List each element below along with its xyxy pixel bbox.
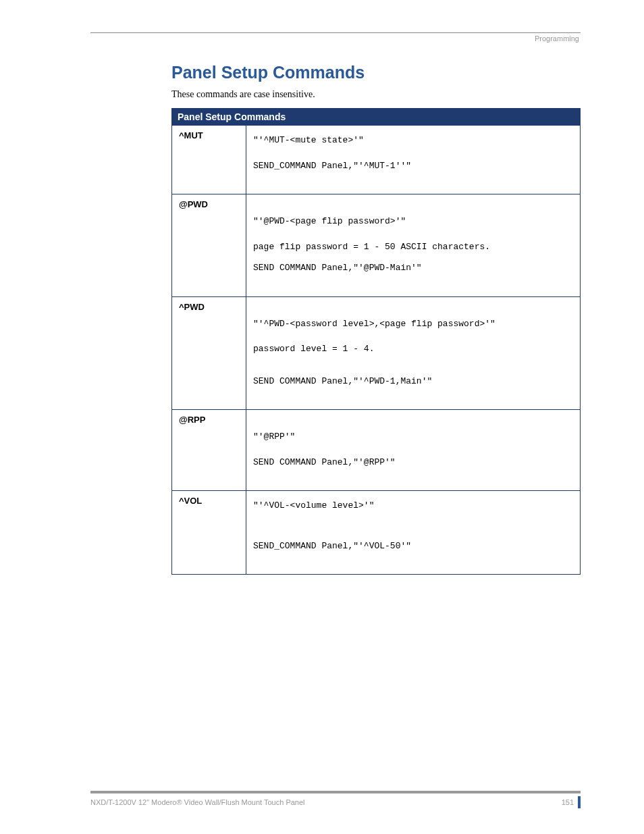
cmd-detail: "'@RPP'" SEND COMMAND Panel,"'@RPP'" <box>246 410 581 491</box>
code-line: SEND COMMAND Panel,"'@PWD-Main'" <box>253 261 573 275</box>
cmd-name: ^PWD <box>172 296 246 410</box>
intro-text: These commands are case insensitive. <box>171 89 581 100</box>
table-header: Panel Setup Commands <box>172 109 581 126</box>
cmd-detail: "'@PWD-<page flip password>'" page flip … <box>246 194 581 297</box>
commands-table: Panel Setup Commands ^MUT "'^MUT-<mute s… <box>171 108 581 575</box>
cmd-name: ^VOL <box>172 491 246 575</box>
footer-product: NXD/T-1200V 12" Modero® Video Wall/Flush… <box>90 798 305 806</box>
code-line: SEND_COMMAND Panel,"'^MUT-1''" <box>253 159 573 173</box>
page-number: 151 <box>562 796 581 808</box>
cmd-detail: "'^VOL-<volume level>'" SEND_COMMAND Pan… <box>246 491 581 575</box>
cmd-detail: "'^PWD-<password level>,<page flip passw… <box>246 296 581 410</box>
table-row: @RPP "'@RPP'" SEND COMMAND Panel,"'@RPP'… <box>172 410 581 491</box>
code-line: password level = 1 - 4. <box>253 342 573 356</box>
table-row: ^MUT "'^MUT-<mute state>'" SEND_COMMAND … <box>172 126 581 194</box>
table-row: @PWD "'@PWD-<page flip password>'" page … <box>172 194 581 297</box>
footer: NXD/T-1200V 12" Modero® Video Wall/Flush… <box>90 791 581 808</box>
code-line: SEND COMMAND Panel,"'@RPP'" <box>253 456 573 469</box>
code-line: "'@PWD-<page flip password>'" <box>253 215 573 228</box>
code-line: SEND COMMAND Panel,"'^PWD-1,Main'" <box>253 375 573 388</box>
cmd-name: @RPP <box>172 410 246 491</box>
footer-rule <box>90 791 581 793</box>
header-rule <box>90 32 581 33</box>
table-row: ^VOL "'^VOL-<volume level>'" SEND_COMMAN… <box>172 491 581 575</box>
content-area: Panel Setup Commands These commands are … <box>171 63 581 575</box>
code-line: "'^VOL-<volume level>'" <box>253 499 573 513</box>
code-line: SEND_COMMAND Panel,"'^VOL-50'" <box>253 540 573 553</box>
page-title: Panel Setup Commands <box>171 63 581 82</box>
page-number-text: 151 <box>562 798 574 806</box>
code-line: "'^PWD-<password level>,<page flip passw… <box>253 317 573 331</box>
code-line: page flip password = 1 - 50 ASCII charac… <box>253 240 573 254</box>
code-line: "'@RPP'" <box>253 430 573 444</box>
cmd-detail: "'^MUT-<mute state>'" SEND_COMMAND Panel… <box>246 126 581 194</box>
cmd-name: @PWD <box>172 194 246 297</box>
header-section-label: Programming <box>90 34 581 43</box>
table-row: ^PWD "'^PWD-<password level>,<page flip … <box>172 296 581 410</box>
code-line: "'^MUT-<mute state>'" <box>253 134 573 147</box>
cmd-name: ^MUT <box>172 126 246 194</box>
page-number-bar <box>578 796 581 808</box>
